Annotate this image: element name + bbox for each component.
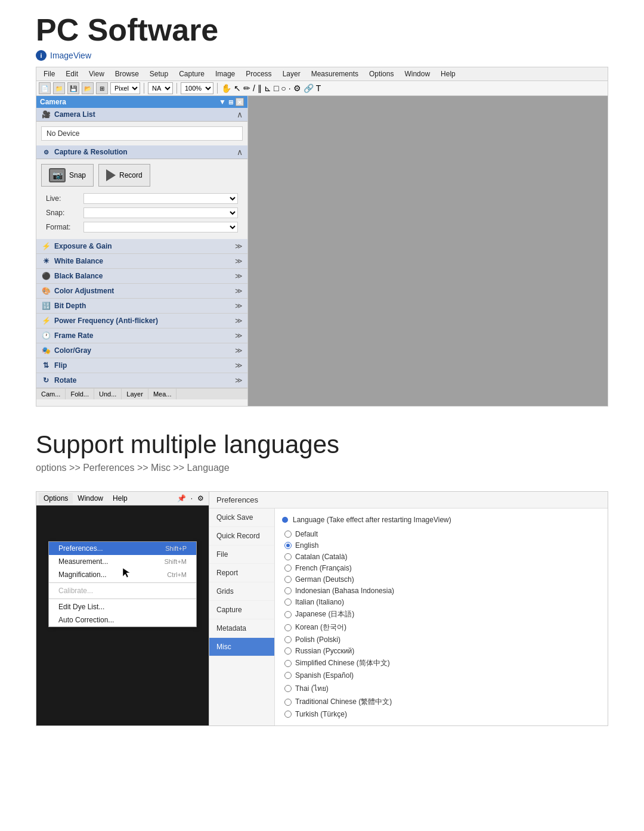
zoom-select[interactable]: 100% xyxy=(181,82,213,94)
bit-depth-collapse-icon[interactable]: ≫ xyxy=(235,302,243,310)
panel-close-button[interactable]: ✕ xyxy=(236,98,244,106)
toolbar-new-icon[interactable]: 📄 xyxy=(39,82,51,94)
tab-undo[interactable]: Und... xyxy=(94,389,122,399)
lang-spanish[interactable]: Spanish (Español) xyxy=(284,671,600,680)
line-tool-icon[interactable]: / xyxy=(253,83,255,93)
white-balance-collapse-icon[interactable]: ≫ xyxy=(235,257,243,265)
lang-polish[interactable]: Polish (Polski) xyxy=(284,635,600,644)
prefs-file[interactable]: File xyxy=(209,545,274,564)
toolbar-open-icon[interactable]: 📁 xyxy=(53,82,65,94)
color-gray-collapse-icon[interactable]: ≫ xyxy=(235,346,243,355)
lang-italian[interactable]: Italian (Italiano) xyxy=(284,598,600,606)
frame-rate-collapse-icon[interactable]: ≫ xyxy=(235,331,243,340)
lang-simplified-chinese[interactable]: Simplified Chinese (简体中文) xyxy=(284,658,600,668)
menu-measurements[interactable]: Measurements xyxy=(306,69,363,79)
lang-french[interactable]: French (Français) xyxy=(284,564,600,572)
dropdown-auto-correction[interactable]: Auto Correction... xyxy=(49,613,196,627)
record-button[interactable]: Record xyxy=(98,164,150,187)
prefs-quick-save[interactable]: Quick Save xyxy=(209,508,274,527)
dropdown-edit-dye[interactable]: Edit Dye List... xyxy=(49,600,196,613)
exposure-gain-header[interactable]: ⚡ Exposure & Gain ≫ xyxy=(36,239,247,253)
white-balance-header[interactable]: ☀ White Balance ≫ xyxy=(36,254,247,268)
bit-depth-header[interactable]: 🔢 Bit Depth ≫ xyxy=(36,299,247,313)
black-balance-header[interactable]: ⚫ Black Balance ≫ xyxy=(36,269,247,283)
pixel-select[interactable]: Pixel xyxy=(110,82,140,94)
prefs-quick-record[interactable]: Quick Record xyxy=(209,527,274,545)
menu-options[interactable]: Options xyxy=(364,69,398,79)
lang-russian[interactable]: Russian (Русский) xyxy=(284,647,600,655)
black-balance-collapse-icon[interactable]: ≫ xyxy=(235,272,243,280)
color-adjustment-collapse-icon[interactable]: ≫ xyxy=(235,287,243,295)
lang-traditional-chinese[interactable]: Traditional Chinese (繁體中文) xyxy=(284,697,600,707)
link-tool-icon[interactable]: 🔗 xyxy=(304,83,314,93)
prefs-report[interactable]: Report xyxy=(209,564,274,582)
hand-tool-icon[interactable]: ✋ xyxy=(221,83,231,93)
dropdown-preferences[interactable]: Preferences... Shift+P xyxy=(49,542,196,555)
toolbar-save-icon[interactable]: 💾 xyxy=(67,82,79,94)
close-icon[interactable]: · xyxy=(188,493,195,504)
menu-view[interactable]: View xyxy=(84,69,109,79)
arrow-tool-icon[interactable]: ↖ xyxy=(234,83,241,93)
menu-window[interactable]: Window xyxy=(400,69,435,79)
dot-tool-icon[interactable]: · xyxy=(289,83,291,93)
rect-tool-icon[interactable]: □ xyxy=(274,83,278,93)
lang-thai[interactable]: Thai (ไทย) xyxy=(284,683,600,694)
panel-scroll-area[interactable]: 🎥 Camera List ∧ No Device ⚙ Capture & Re… xyxy=(36,108,247,388)
power-frequency-header[interactable]: ⚡ Power Frequency (Anti-flicker) ≫ xyxy=(36,314,247,328)
power-frequency-collapse-icon[interactable]: ≫ xyxy=(235,317,243,325)
snap-button[interactable]: 📷 Snap xyxy=(41,164,94,187)
menu-help[interactable]: Help xyxy=(436,69,460,79)
text-tool-icon[interactable]: T xyxy=(316,83,321,93)
menu-layer[interactable]: Layer xyxy=(278,69,305,79)
lang-japanese[interactable]: Japanese (日本語) xyxy=(284,609,600,619)
menu-browse[interactable]: Browse xyxy=(110,69,144,79)
lang-turkish[interactable]: Turkish (Türkçe) xyxy=(284,710,600,718)
circle-tool-icon[interactable]: ○ xyxy=(281,83,286,93)
prefs-misc[interactable]: Misc xyxy=(209,638,274,656)
options-menu-options[interactable]: Options xyxy=(39,493,73,504)
lang-english[interactable]: English xyxy=(284,541,600,550)
options-menu-help[interactable]: Help xyxy=(108,493,132,504)
menu-process[interactable]: Process xyxy=(241,69,276,79)
panel-dock-icon[interactable]: ⊞ xyxy=(228,99,233,106)
menu-file[interactable]: File xyxy=(39,69,60,79)
na-select[interactable]: NA xyxy=(148,82,173,94)
frame-rate-header[interactable]: 🕐 Frame Rate ≫ xyxy=(36,328,247,343)
capture-collapse-icon[interactable]: ∧ xyxy=(237,147,243,157)
prefs-metadata[interactable]: Metadata xyxy=(209,619,274,638)
flip-collapse-icon[interactable]: ≫ xyxy=(235,361,243,370)
menu-capture[interactable]: Capture xyxy=(174,69,209,79)
tab-camera[interactable]: Cam... xyxy=(36,389,66,399)
toolbar-pin-icon[interactable]: 📌 xyxy=(175,493,188,504)
snap-select[interactable] xyxy=(83,207,238,218)
tab-layer[interactable]: Layer xyxy=(122,389,148,399)
tab-measurements[interactable]: Mea... xyxy=(148,389,177,399)
toolbar-grid-icon[interactable]: ⊞ xyxy=(96,82,108,94)
menu-setup[interactable]: Setup xyxy=(145,69,173,79)
prefs-grids[interactable]: Grids xyxy=(209,582,274,601)
gear-icon[interactable]: ⚙ xyxy=(293,83,301,93)
rotate-header[interactable]: ↻ Rotate ≫ xyxy=(36,373,247,387)
parallel-line-icon[interactable]: ∥ xyxy=(258,83,262,93)
lang-indonesian[interactable]: Indonesian (Bahasa Indonesia) xyxy=(284,587,600,595)
camera-list-section[interactable]: 🎥 Camera List ∧ xyxy=(36,108,247,122)
format-select[interactable] xyxy=(83,222,238,232)
tab-folder[interactable]: Fold... xyxy=(66,389,94,399)
color-adjustment-header[interactable]: 🎨 Color Adjustment ≫ xyxy=(36,284,247,298)
toolbar-folder-icon[interactable]: 📂 xyxy=(82,82,94,94)
flip-header[interactable]: ⇅ Flip ≫ xyxy=(36,358,247,373)
lang-korean[interactable]: Korean (한국어) xyxy=(284,622,600,632)
capture-resolution-section[interactable]: ⚙ Capture & Resolution ∧ xyxy=(36,145,247,159)
menu-image[interactable]: Image xyxy=(210,69,240,79)
options-menu-window[interactable]: Window xyxy=(73,493,108,504)
lang-default[interactable]: Default xyxy=(284,530,600,538)
color-gray-header[interactable]: 🎭 Color/Gray ≫ xyxy=(36,343,247,358)
pencil-tool-icon[interactable]: ✏ xyxy=(243,83,250,93)
angle-tool-icon[interactable]: ⊾ xyxy=(264,83,271,93)
live-select[interactable] xyxy=(83,193,238,204)
camera-list-collapse-icon[interactable]: ∧ xyxy=(237,110,243,119)
lang-german[interactable]: German (Deutsch) xyxy=(284,575,600,584)
menu-edit[interactable]: Edit xyxy=(61,69,83,79)
dropdown-measurement[interactable]: Measurement... Shift+M xyxy=(49,555,196,568)
settings-icon[interactable]: ⚙ xyxy=(195,493,206,504)
